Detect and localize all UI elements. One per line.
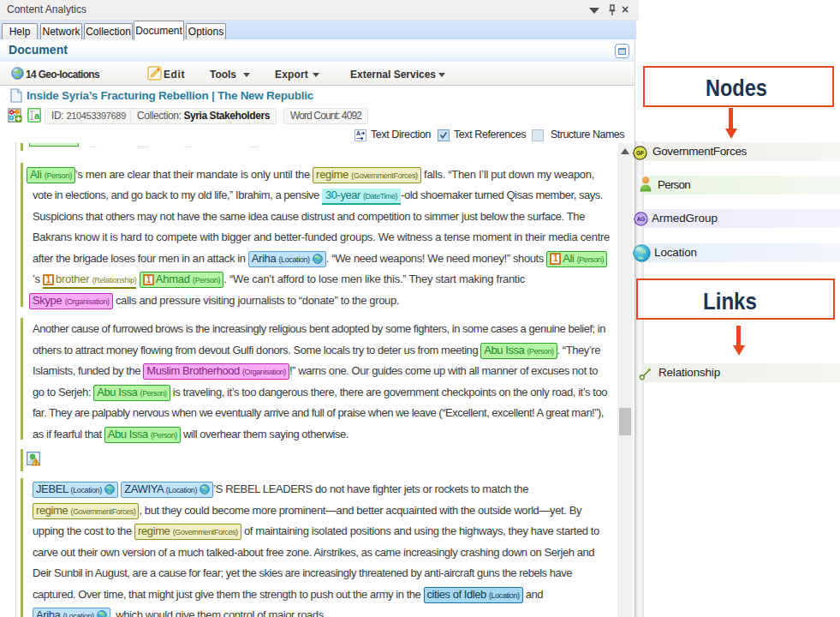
svg-text:AG: AG [637,216,646,222]
svg-text:GF: GF [636,150,644,156]
svg-text:a: a [34,111,40,121]
svg-text:A: A [356,130,360,136]
